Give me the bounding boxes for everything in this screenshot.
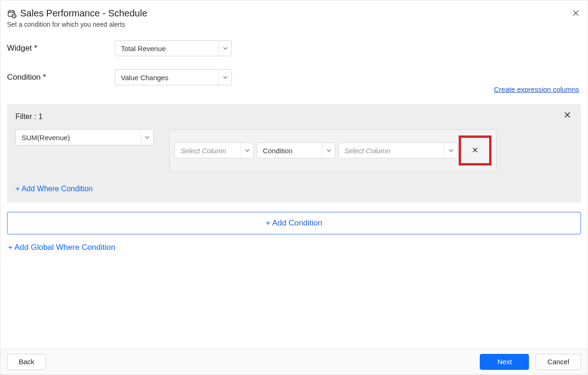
dialog-subtitle: Set a condition for which you need alert…	[7, 21, 579, 28]
filter-left-column-placeholder: Select Column	[175, 143, 240, 158]
filter-right-column-placeholder: Select Column	[339, 143, 444, 158]
filter-clause-group: Select Column Condition	[169, 129, 497, 172]
filter-left-column-select[interactable]: Select Column	[174, 142, 254, 158]
filter-right-column-select[interactable]: Select Column	[338, 142, 458, 158]
highlight-box	[459, 135, 491, 165]
filter-operator-placeholder: Condition	[257, 143, 322, 158]
filter-aggregate-wrap: SUM(Revenue)	[15, 129, 156, 145]
filter-operator-select[interactable]: Condition	[257, 142, 335, 158]
footer-right: Next Cancel	[480, 354, 581, 370]
close-icon	[472, 146, 478, 155]
chevron-down-icon[interactable]	[322, 143, 335, 158]
widget-select[interactable]: Total Revenue	[115, 40, 232, 56]
close-button[interactable]	[573, 9, 579, 19]
dialog-title: Sales Performance - Schedule	[20, 8, 147, 19]
form-area: Widget * Total Revenue Condition * Value…	[0, 31, 588, 90]
chevron-down-icon[interactable]	[240, 143, 253, 158]
add-where-condition-link[interactable]: + Add Where Condition	[15, 185, 573, 193]
condition-select[interactable]: Value Changes	[115, 69, 232, 85]
title-row: Sales Performance - Schedule	[7, 8, 579, 19]
filter-panel: Filter : 1 SUM(Revenue) Sel	[7, 104, 581, 202]
chevron-down-icon[interactable]	[444, 143, 457, 158]
condition-field-row: Condition * Value Changes	[7, 69, 581, 85]
calendar-clock-icon	[7, 9, 16, 18]
filter-close-button[interactable]	[564, 111, 571, 120]
condition-label: Condition *	[7, 73, 115, 82]
widget-select-value: Total Revenue	[115, 41, 218, 56]
dialog-footer: Back Next Cancel	[0, 348, 588, 375]
chevron-down-icon[interactable]	[140, 130, 153, 145]
dialog-header: Sales Performance - Schedule Set a condi…	[0, 0, 588, 31]
chevron-down-icon[interactable]	[218, 70, 231, 85]
cancel-button[interactable]: Cancel	[536, 354, 581, 370]
add-global-where-link[interactable]: + Add Global Where Condition	[8, 243, 588, 252]
chevron-down-icon[interactable]	[218, 41, 231, 56]
svg-line-7	[14, 16, 15, 16]
expression-link-row: Create expression columns	[0, 85, 588, 96]
filter-aggregate-select[interactable]: SUM(Revenue)	[15, 129, 154, 145]
condition-select-value: Value Changes	[115, 70, 218, 85]
filter-aggregate-value: SUM(Revenue)	[16, 130, 140, 145]
add-condition-button[interactable]: + Add Condition	[7, 212, 581, 234]
filter-title: Filter : 1	[15, 112, 573, 121]
widget-field-row: Widget * Total Revenue	[7, 40, 581, 56]
filter-row: SUM(Revenue) Select Column	[15, 129, 573, 172]
widget-label: Widget *	[7, 44, 115, 53]
remove-row-button[interactable]	[467, 142, 483, 158]
next-button[interactable]: Next	[480, 354, 529, 370]
back-button[interactable]: Back	[7, 354, 46, 370]
create-expression-link[interactable]: Create expression columns	[494, 85, 579, 93]
schedule-dialog: Sales Performance - Schedule Set a condi…	[0, 0, 588, 375]
